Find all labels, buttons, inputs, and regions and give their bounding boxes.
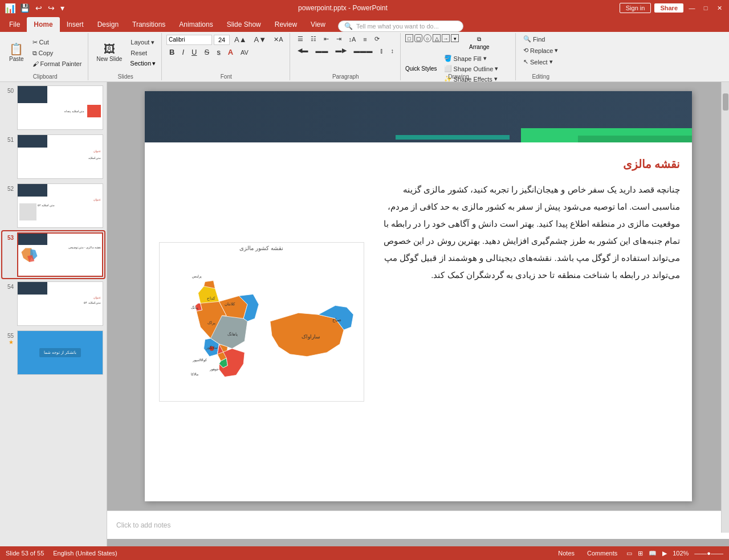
linespace-button[interactable]: ↕ xyxy=(388,46,397,55)
scrollbar-thumb[interactable] xyxy=(723,93,728,111)
thumb-50-header xyxy=(18,86,103,103)
comments-button[interactable]: Comments xyxy=(584,549,621,557)
slide-item-53[interactable]: 53 نقشه مالزی - متن توضیحی xyxy=(2,231,104,278)
increase-font-button[interactable]: A▲ xyxy=(231,34,250,45)
maximize-button[interactable]: □ xyxy=(701,3,711,13)
underline-button[interactable]: U xyxy=(189,47,199,58)
shapes-row: □ ▢ ○ △ → ▾ ⧉ Arrange xyxy=(405,34,494,52)
slide-item-52[interactable]: 52 عنوان متن اسلاید ۵۲ xyxy=(2,182,104,229)
italic-button[interactable]: I xyxy=(179,47,187,58)
tab-home[interactable]: Home xyxy=(27,17,59,32)
slide-item-54[interactable]: 54 عنوان متن اسلاید ۵۴ xyxy=(2,280,104,327)
align-text-button[interactable]: ≡ xyxy=(360,35,369,44)
view-sorter-icon[interactable]: ⊞ xyxy=(638,550,643,557)
tab-animations[interactable]: Animations xyxy=(172,17,219,32)
tab-file[interactable]: File xyxy=(2,17,27,32)
view-presenter-icon[interactable]: ▶ xyxy=(662,550,667,557)
tab-insert[interactable]: Insert xyxy=(60,17,91,32)
bullets-button[interactable]: ☰ xyxy=(295,34,306,44)
arrange-icon: ⧉ xyxy=(477,36,481,43)
slide-thumb-54: عنوان متن اسلاید ۵۴ xyxy=(17,281,103,326)
layout-button[interactable]: Layout ▾ xyxy=(128,38,158,47)
replace-button[interactable]: ⟲ Replace ▾ xyxy=(520,46,561,55)
char-spacing-button[interactable]: AV xyxy=(238,48,251,57)
slide-item-55[interactable]: 55 ★ باتشکر از توجه شما xyxy=(2,329,104,376)
tab-review[interactable]: Review xyxy=(268,17,304,32)
customize-button[interactable]: ▾ xyxy=(59,2,66,14)
minimize-button[interactable]: — xyxy=(687,3,697,13)
shape-fill-button[interactable]: 🪣 Shape Fill ▾ xyxy=(441,54,502,63)
clipboard-label: Clipboard xyxy=(2,73,88,80)
shape-outline-button[interactable]: ⬜ Shape Outline ▾ xyxy=(441,64,502,73)
vertical-scrollbar[interactable] xyxy=(721,82,729,533)
section-label: Section xyxy=(130,60,151,67)
slide-number-52: 52 xyxy=(3,186,14,192)
notes-area[interactable]: Click to add notes xyxy=(107,510,729,539)
thumb-52-header xyxy=(18,184,103,197)
slide-item-51[interactable]: 51 عنوان متن اسلاید xyxy=(2,133,104,180)
decrease-font-button[interactable]: A▼ xyxy=(251,34,270,45)
thumb-52-table xyxy=(19,203,36,220)
text-direction-button[interactable]: ↕A xyxy=(346,35,359,44)
oval-shape[interactable]: ○ xyxy=(423,34,431,42)
slides-sub: Layout ▾ Reset Section ▾ xyxy=(128,38,158,68)
rect-shape[interactable]: □ xyxy=(405,34,413,42)
font-row2: B I U S s A AV xyxy=(166,47,251,58)
align-right-button[interactable]: ▬▶ xyxy=(333,46,349,55)
tab-view[interactable]: View xyxy=(304,17,332,32)
align-left-button[interactable]: ◀▬ xyxy=(295,46,311,55)
numbering-button[interactable]: ☷ xyxy=(308,34,319,44)
clear-format-button[interactable]: ✕A xyxy=(271,35,286,44)
slide-number-50: 50 xyxy=(3,88,14,94)
tab-design[interactable]: Design xyxy=(91,17,125,32)
convert-smartart-button[interactable]: ⟳ xyxy=(372,34,382,44)
reset-button[interactable]: Reset xyxy=(128,48,158,58)
col-button[interactable]: ⫿ xyxy=(377,46,386,55)
paragraph-content: ☰ ☷ ⇤ ⇥ ↕A ≡ ⟳ ◀▬ ▬▬ ▬▶ ▬▬▬ ⫿ ↕ xyxy=(295,34,397,79)
sign-in-button[interactable]: Sign in xyxy=(620,3,651,13)
view-normal-icon[interactable]: ▭ xyxy=(626,550,632,557)
indent-inc-button[interactable]: ⇥ xyxy=(333,34,344,44)
more-shapes[interactable]: ▾ xyxy=(451,34,459,42)
editing-content: 🔍 Find ⟲ Replace ▾ ↖ Select ▾ xyxy=(520,34,561,79)
copy-button[interactable]: ⧉ Copy xyxy=(30,48,85,58)
new-slide-button[interactable]: 🖼 New Slide xyxy=(93,42,125,64)
paste-button[interactable]: 📋 Paste xyxy=(6,42,27,64)
tell-me-box[interactable]: 🔍 Tell me what you want to do... xyxy=(338,21,463,32)
shadow-button[interactable]: s xyxy=(214,47,223,58)
redo-button[interactable]: ↪ xyxy=(46,2,56,14)
cut-button[interactable]: ✂ Cut xyxy=(30,38,85,47)
view-reading-icon[interactable]: 📖 xyxy=(649,550,657,557)
select-label: Select xyxy=(530,59,548,66)
font-color-button[interactable]: A xyxy=(225,47,236,58)
round-rect-shape[interactable]: ▢ xyxy=(414,34,422,42)
tab-transitions[interactable]: Transitions xyxy=(125,17,172,32)
tab-slideshow[interactable]: Slide Show xyxy=(220,17,268,32)
format-painter-button[interactable]: 🖌 Format Painter xyxy=(30,59,85,68)
share-button[interactable]: Share xyxy=(654,3,683,13)
justify-button[interactable]: ▬▬▬ xyxy=(351,46,376,55)
save-button[interactable]: 💾 xyxy=(18,2,31,14)
align-center-button[interactable]: ▬▬ xyxy=(313,46,331,55)
bold-button[interactable]: B xyxy=(166,47,177,58)
slide-item-50[interactable]: 50 متن اسلاید پنجاه xyxy=(2,84,104,131)
slide-canvas[interactable]: نقشه مالزی چنانچه قصد دارید یک سفر خاص و… xyxy=(145,91,692,501)
indent-dec-button[interactable]: ⇤ xyxy=(321,34,332,44)
slide-text-area[interactable]: نقشه مالزی چنانچه قصد دارید یک سفر خاص و… xyxy=(378,154,681,490)
select-button[interactable]: ↖ Select ▾ xyxy=(520,57,556,67)
close-button[interactable]: ✕ xyxy=(714,3,724,13)
find-button[interactable]: 🔍 Find xyxy=(520,34,548,44)
section-button[interactable]: Section ▾ xyxy=(128,59,158,68)
arrange-button[interactable]: ⧉ Arrange xyxy=(465,34,494,52)
strikethrough-button[interactable]: S xyxy=(201,47,212,58)
font-size-input[interactable] xyxy=(214,35,230,45)
font-name-input[interactable] xyxy=(166,35,212,45)
find-label: Find xyxy=(533,36,545,43)
undo-button[interactable]: ↩ xyxy=(34,2,44,14)
triangle-shape[interactable]: △ xyxy=(433,34,441,42)
notes-button[interactable]: Notes xyxy=(555,549,578,557)
arrow-shape[interactable]: → xyxy=(442,34,450,42)
label-sabah: صباح xyxy=(332,317,341,322)
clipboard-content: 📋 Paste ✂ Cut ⧉ Copy 🖌 Format Painter xyxy=(6,34,84,79)
zoom-slider[interactable]: ——●—— xyxy=(694,550,723,557)
